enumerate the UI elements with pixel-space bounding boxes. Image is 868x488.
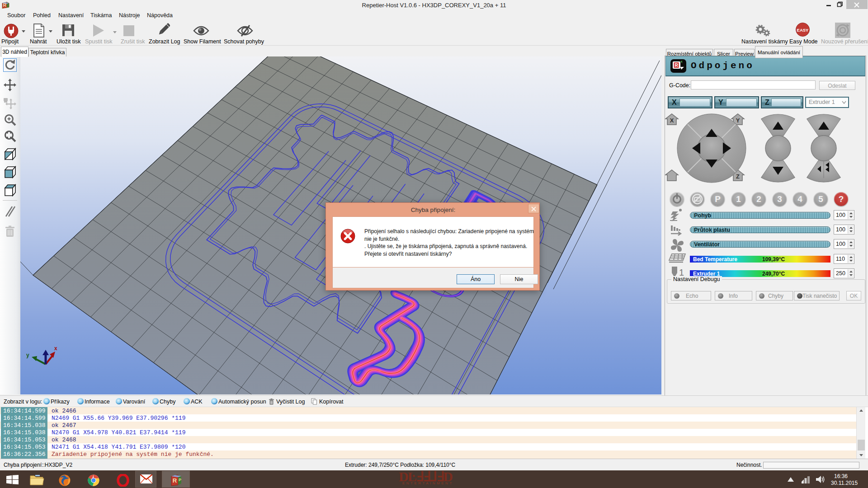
- svg-text:R: R: [3, 3, 7, 8]
- svg-text:Y: Y: [736, 117, 740, 124]
- svg-text:Z: Z: [736, 173, 740, 180]
- svg-text:X: X: [670, 117, 674, 124]
- svg-text:R: R: [675, 63, 678, 68]
- svg-text:EASY: EASY: [797, 28, 809, 33]
- svg-text:P: P: [179, 478, 181, 482]
- svg-text:y: y: [26, 352, 29, 358]
- svg-text:R: R: [173, 477, 177, 484]
- svg-text:x: x: [54, 345, 57, 352]
